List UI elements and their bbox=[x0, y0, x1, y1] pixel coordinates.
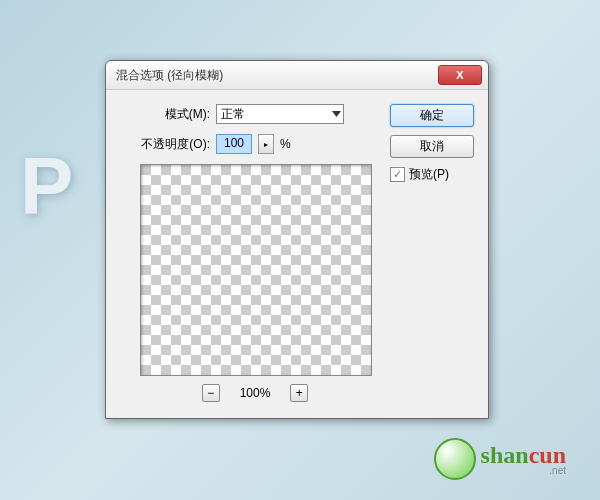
zoom-value: 100% bbox=[240, 386, 271, 400]
close-button[interactable]: X bbox=[438, 65, 482, 85]
right-panel: 确定 取消 ✓ 预览(P) bbox=[390, 104, 474, 402]
mode-row: 模式(M): 正常 bbox=[120, 104, 376, 124]
ok-button[interactable]: 确定 bbox=[390, 104, 474, 127]
plus-icon: + bbox=[296, 386, 303, 400]
mode-combobox[interactable]: 正常 bbox=[216, 104, 344, 124]
stepper-icon: ▸ bbox=[264, 140, 268, 149]
zoom-in-button[interactable]: + bbox=[290, 384, 308, 402]
preview-checkbox[interactable]: ✓ bbox=[390, 167, 405, 182]
watermark: shancun .net bbox=[434, 438, 566, 480]
titlebar[interactable]: 混合选项 (径向模糊) X bbox=[106, 61, 488, 90]
check-icon: ✓ bbox=[393, 168, 402, 181]
opacity-stepper[interactable]: ▸ bbox=[258, 134, 274, 154]
left-panel: 模式(M): 正常 不透明度(O): 100 ▸ % − 100% + bbox=[120, 104, 376, 402]
svg-marker-0 bbox=[332, 111, 341, 117]
watermark-logo-icon bbox=[434, 438, 476, 480]
mode-label: 模式(M): bbox=[120, 106, 210, 123]
opacity-row: 不透明度(O): 100 ▸ % bbox=[120, 134, 376, 154]
preview-checkbox-row: ✓ 预览(P) bbox=[390, 166, 474, 183]
blend-options-dialog: 混合选项 (径向模糊) X 模式(M): 正常 不透明度(O): 100 ▸ %… bbox=[105, 60, 489, 419]
dialog-content: 模式(M): 正常 不透明度(O): 100 ▸ % − 100% + 确定 取… bbox=[106, 90, 488, 418]
minus-icon: − bbox=[207, 386, 214, 400]
mode-value: 正常 bbox=[221, 106, 245, 123]
watermark-text: shancun .net bbox=[481, 442, 566, 476]
cancel-button[interactable]: 取消 bbox=[390, 135, 474, 158]
opacity-unit: % bbox=[280, 137, 291, 151]
zoom-controls: − 100% + bbox=[140, 384, 370, 402]
preview-canvas[interactable] bbox=[140, 164, 372, 376]
dialog-title: 混合选项 (径向模糊) bbox=[116, 67, 223, 84]
preview-checkbox-label: 预览(P) bbox=[409, 166, 449, 183]
close-icon: X bbox=[456, 69, 463, 81]
zoom-out-button[interactable]: − bbox=[202, 384, 220, 402]
opacity-label: 不透明度(O): bbox=[120, 136, 210, 153]
chevron-down-icon bbox=[332, 111, 341, 117]
opacity-input[interactable]: 100 bbox=[216, 134, 252, 154]
